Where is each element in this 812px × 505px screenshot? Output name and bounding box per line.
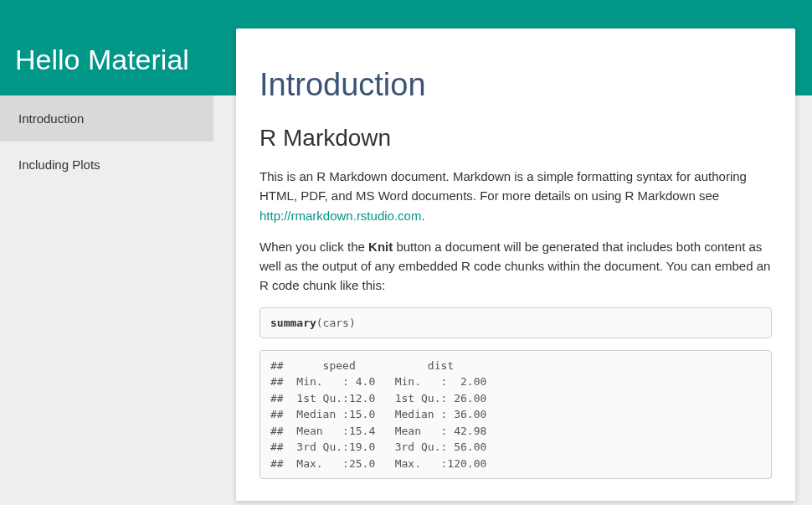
sidebar-item-label: Introduction — [18, 111, 84, 126]
sidebar: Introduction Including Plots — [0, 95, 213, 188]
text: This is an R Markdown document. Markdown… — [260, 169, 747, 203]
content-card: Introduction R Markdown This is an R Mar… — [236, 28, 795, 501]
app-title: Hello Material — [15, 44, 189, 76]
paragraph-intro: This is an R Markdown document. Markdown… — [260, 167, 772, 225]
code-output: ## speed dist ## Min. : 4.0 Min. : 2.00 … — [260, 350, 772, 480]
knit-bold: Knit — [368, 240, 393, 254]
text: When you click the — [260, 240, 368, 254]
section-title: R Markdown — [260, 125, 772, 152]
link-rmarkdown-site[interactable]: http://rmarkdown.rstudio.com — [260, 209, 421, 223]
code-args: (cars) — [316, 317, 356, 329]
sidebar-item-including-plots[interactable]: Including Plots — [0, 142, 213, 188]
sidebar-item-introduction[interactable]: Introduction — [0, 95, 213, 142]
code-chunk: summary(cars) — [260, 307, 772, 338]
sidebar-item-label: Including Plots — [18, 157, 100, 172]
page-title: Introduction — [260, 67, 772, 103]
code-function: summary — [270, 317, 316, 329]
paragraph-knit: When you click the Knit button a documen… — [260, 237, 772, 296]
text: . — [421, 209, 424, 223]
